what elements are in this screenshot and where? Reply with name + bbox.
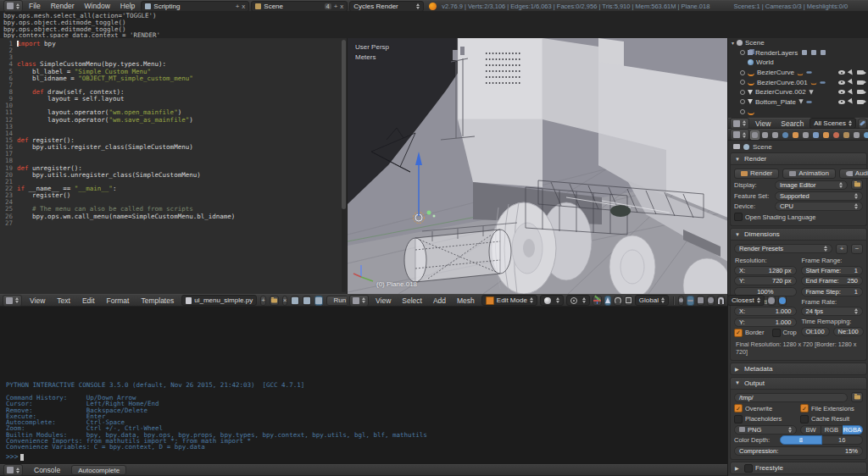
viewport-shading-selector[interactable] [540,295,564,306]
audio-button[interactable]: Audio [839,169,868,179]
renderlayer-extra-icon[interactable] [821,50,826,55]
expand-triangle-icon[interactable]: ▾ [732,40,734,46]
edge-select-button[interactable] [687,296,694,306]
occlude-geometry-button[interactable] [707,296,715,306]
outliner-filter-button[interactable] [858,119,867,129]
translate-manipulator-button[interactable] [604,296,611,306]
code-line[interactable]: 6 bl_idname = "OBJECT_MT_simple_custom_m… [0,75,347,82]
scene-selector[interactable]: Scene 4 + x [251,1,348,12]
code-line[interactable]: 26 bpy.ops.wm.call_menu(name=SimpleCusto… [0,213,347,220]
camera-icon[interactable] [857,70,864,75]
snap-toggle-button[interactable] [717,296,725,306]
properties-panel[interactable]: Scene ▼Render Render Animation Audio Dis… [728,141,868,476]
orientation-selector[interactable]: Global [635,295,669,306]
section-metadata-header[interactable]: ▶Metadata [730,363,867,375]
outliner-item[interactable]: BezierCurve.002 [728,87,868,97]
mode-selector[interactable]: Edit Mode [481,295,537,306]
remap-old-field[interactable]: Ol:100 [801,327,830,336]
section-dimensions-header[interactable]: ▼Dimensions [730,228,867,241]
outliner[interactable]: ▾SceneRenderLayersWorldBezierCurveBezier… [728,38,868,118]
code-line[interactable]: 1import bpy [0,41,347,47]
channel-bw-button[interactable]: BW [800,425,821,434]
camera-icon[interactable] [857,90,864,94]
tab-material[interactable] [832,130,841,140]
outliner-item[interactable]: RenderLayers [728,48,868,58]
tab-particles[interactable] [852,130,861,140]
code-line[interactable]: 13 [0,124,347,130]
placeholders-checkbox[interactable] [734,415,743,423]
snap-target-selector[interactable]: Closest [727,295,765,306]
outliner-menu-search[interactable]: Search [776,119,808,128]
console-menu[interactable]: Console [30,466,64,474]
code-area[interactable]: 1import bpy234class SimpleCustomMenu(bpy… [0,38,347,227]
section-render-header[interactable]: ▼Render [730,152,867,165]
display-popout-button[interactable] [851,180,863,190]
expand-dot-icon[interactable] [740,109,745,114]
renderlayer-extra-icon[interactable] [811,50,816,55]
syntax-highlight-toggle[interactable] [314,296,323,306]
code-line[interactable]: 20 bpy.utils.unregister_class(SimpleCust… [0,172,347,179]
cursor-icon[interactable] [848,69,854,75]
code-line[interactable]: 17 [0,151,347,158]
outliner-item[interactable]: Bottom_Plate [728,97,868,108]
frame-step-field[interactable]: Frame Step:1 [801,287,864,296]
opengl-render-button[interactable] [767,296,776,306]
vp-menu-view[interactable]: View [371,296,395,305]
end-frame-field[interactable]: End Frame:250 [801,276,864,285]
vp-menu-add[interactable]: Add [429,296,450,305]
layout-add-button[interactable]: + [236,3,240,10]
autocomplete-button[interactable]: Autocomplete [71,465,126,475]
tab-texture[interactable] [842,130,851,140]
eye-icon[interactable] [838,90,845,94]
eye-icon[interactable] [838,80,845,85]
crop-checkbox[interactable] [772,329,781,337]
render-engine-selector[interactable]: Cycles Render [349,1,424,12]
eye-icon[interactable] [838,100,845,104]
animation-button[interactable]: Animation [782,169,836,179]
opengl-render-anim-button[interactable] [778,296,787,306]
face-select-button[interactable] [697,296,704,306]
expand-dot-icon[interactable] [740,50,745,55]
code-line[interactable]: 27 [0,220,347,227]
text-open-button[interactable] [270,296,279,306]
cache-result-checkbox[interactable] [800,415,809,423]
tab-modifiers[interactable] [811,130,821,140]
eye-icon[interactable] [838,70,845,75]
properties-editor-type-button[interactable] [730,129,749,141]
menu-help[interactable]: Help [116,2,139,10]
scene-add-button[interactable]: + [334,3,338,10]
viewport-editor-type-button[interactable] [349,295,369,307]
outliner-scope-selector[interactable]: All Scenes [810,118,856,129]
resolution-x-field[interactable]: X:1280 px [734,266,797,275]
expand-dot-icon[interactable] [740,90,745,95]
expand-dot-icon[interactable] [740,70,745,75]
display-dropdown[interactable]: Image Editor [775,180,848,190]
aspect-y-field[interactable]: Y:1.000 [734,318,797,327]
rotate-manipulator-button[interactable] [614,296,622,306]
tab-world[interactable] [781,130,790,140]
tab-physics[interactable] [862,130,868,140]
section-header[interactable]: ▶Freestyle [730,462,867,474]
tab-constraints[interactable] [801,130,810,140]
tab-object[interactable] [791,130,800,140]
manipulator-toggle[interactable] [593,296,602,306]
outliner-item[interactable]: ▾Scene [728,38,868,48]
pin-icon[interactable] [733,144,740,149]
scale-manipulator-button[interactable] [625,296,632,306]
word-wrap-toggle[interactable] [303,296,311,306]
code-line[interactable]: 12 layout.operator("wm.save_as_mainfile"… [0,117,347,124]
code-line[interactable]: 2 [0,47,347,54]
camera-icon[interactable] [857,80,864,85]
pivot-point-selector[interactable] [566,295,590,306]
cursor-icon[interactable] [848,89,854,96]
output-path-field[interactable]: /tmp/ [734,393,848,402]
channel-rgba-button[interactable]: RGBA [843,425,863,434]
compression-slider[interactable]: Compression:15% [734,446,863,456]
menu-window[interactable]: Window [81,2,114,10]
remap-new-field[interactable]: Ne:100 [833,327,864,336]
cursor-icon[interactable] [848,98,854,105]
scene-users-badge[interactable]: 4 [325,3,331,9]
feature-set-dropdown[interactable]: Supported [775,191,863,201]
text-menu-templates[interactable]: Templates [136,296,178,305]
overwrite-checkbox[interactable]: ✓ [734,404,743,412]
